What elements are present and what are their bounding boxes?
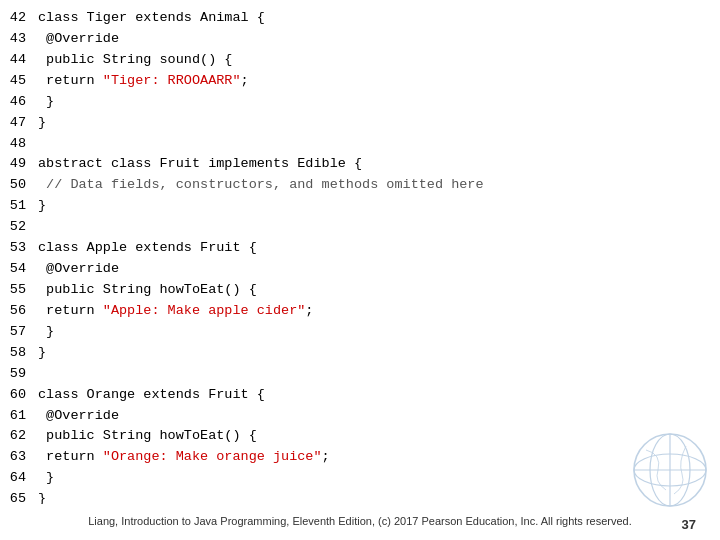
line-number: 47 <box>0 113 38 134</box>
line-content: } <box>38 468 720 489</box>
code-segment: abstract class Fruit implements Edible { <box>38 156 362 171</box>
line-content: return "Apple: Make apple cider"; <box>38 301 720 322</box>
code-line: 63 return "Orange: Make orange juice"; <box>0 447 720 468</box>
code-line: 52 <box>0 217 720 238</box>
line-content: @Override <box>38 259 720 280</box>
line-content: class Orange extends Fruit { <box>38 385 720 406</box>
footer-text: Liang, Introduction to Java Programming,… <box>88 514 632 529</box>
code-segment: ; <box>322 449 330 464</box>
code-segment: return <box>38 303 103 318</box>
line-number: 48 <box>0 134 38 155</box>
code-segment: class Orange extends Fruit { <box>38 387 265 402</box>
code-segment: public String howToEat() { <box>38 428 257 443</box>
code-line: 56 return "Apple: Make apple cider"; <box>0 301 720 322</box>
code-segment: ; <box>305 303 313 318</box>
code-line: 61 @Override <box>0 406 720 427</box>
line-number: 61 <box>0 406 38 427</box>
code-segment: class Apple extends Fruit { <box>38 240 257 255</box>
code-segment: } <box>38 345 46 360</box>
line-number: 54 <box>0 259 38 280</box>
line-number: 55 <box>0 280 38 301</box>
code-line: 64 } <box>0 468 720 489</box>
code-line: 47} <box>0 113 720 134</box>
line-content: } <box>38 196 720 217</box>
code-line: 60class Orange extends Fruit { <box>0 385 720 406</box>
line-content: public String sound() { <box>38 50 720 71</box>
line-number: 45 <box>0 71 38 92</box>
line-content: } <box>38 343 720 364</box>
line-content: } <box>38 322 720 343</box>
code-segment: } <box>38 94 54 109</box>
line-number: 42 <box>0 8 38 29</box>
code-line: 43 @Override <box>0 29 720 50</box>
code-line: 54 @Override <box>0 259 720 280</box>
code-line: 44 public String sound() { <box>0 50 720 71</box>
line-number: 57 <box>0 322 38 343</box>
line-content: return "Orange: Make orange juice"; <box>38 447 720 468</box>
line-content: } <box>38 92 720 113</box>
code-segment: } <box>38 324 54 339</box>
line-number: 63 <box>0 447 38 468</box>
code-segment: @Override <box>38 408 119 423</box>
line-number: 60 <box>0 385 38 406</box>
code-line: 57 } <box>0 322 720 343</box>
code-line: 62 public String howToEat() { <box>0 426 720 447</box>
code-line: 42class Tiger extends Animal { <box>0 8 720 29</box>
code-line: 49abstract class Fruit implements Edible… <box>0 154 720 175</box>
line-number: 52 <box>0 217 38 238</box>
code-segment: ; <box>241 73 249 88</box>
code-segment: return <box>38 73 103 88</box>
code-block: 42class Tiger extends Animal {43 @Overri… <box>0 0 720 510</box>
line-number: 59 <box>0 364 38 385</box>
code-segment: public String howToEat() { <box>38 282 257 297</box>
code-segment: @Override <box>38 261 119 276</box>
line-content: public String howToEat() { <box>38 426 720 447</box>
line-content: // Data fields, constructors, and method… <box>38 175 720 196</box>
code-segment: } <box>38 198 46 213</box>
code-line: 59 <box>0 364 720 385</box>
line-number: 64 <box>0 468 38 489</box>
line-content: @Override <box>38 406 720 427</box>
code-segment: return <box>38 449 103 464</box>
line-number: 44 <box>0 50 38 71</box>
line-content: @Override <box>38 29 720 50</box>
code-segment: } <box>38 115 46 130</box>
code-segment: "Tiger: RROOAARR" <box>103 73 241 88</box>
code-segment: // Data fields, constructors, and method… <box>38 177 484 192</box>
code-line: 58} <box>0 343 720 364</box>
code-line: 55 public String howToEat() { <box>0 280 720 301</box>
code-line: 46 } <box>0 92 720 113</box>
line-number: 56 <box>0 301 38 322</box>
line-number: 53 <box>0 238 38 259</box>
code-line: 48 <box>0 134 720 155</box>
line-number: 50 <box>0 175 38 196</box>
code-line: 50 // Data fields, constructors, and met… <box>0 175 720 196</box>
globe-icon <box>630 430 710 510</box>
line-number: 58 <box>0 343 38 364</box>
code-line: 53class Apple extends Fruit { <box>0 238 720 259</box>
line-content: public String howToEat() { <box>38 280 720 301</box>
line-number: 46 <box>0 92 38 113</box>
code-segment: @Override <box>38 31 119 46</box>
code-line: 51} <box>0 196 720 217</box>
footer: Liang, Introduction to Java Programming,… <box>0 504 720 540</box>
line-content: } <box>38 113 720 134</box>
line-number: 43 <box>0 29 38 50</box>
line-number: 62 <box>0 426 38 447</box>
line-content: return "Tiger: RROOAARR"; <box>38 71 720 92</box>
page-number: 37 <box>682 517 696 532</box>
code-segment: class Tiger extends Animal { <box>38 10 265 25</box>
code-segment: "Apple: Make apple cider" <box>103 303 306 318</box>
code-line: 45 return "Tiger: RROOAARR"; <box>0 71 720 92</box>
line-content: class Tiger extends Animal { <box>38 8 720 29</box>
line-number: 49 <box>0 154 38 175</box>
line-content: abstract class Fruit implements Edible { <box>38 154 720 175</box>
code-segment: } <box>38 470 54 485</box>
code-segment: public String sound() { <box>38 52 232 67</box>
line-content: class Apple extends Fruit { <box>38 238 720 259</box>
code-segment: "Orange: Make orange juice" <box>103 449 322 464</box>
line-number: 51 <box>0 196 38 217</box>
